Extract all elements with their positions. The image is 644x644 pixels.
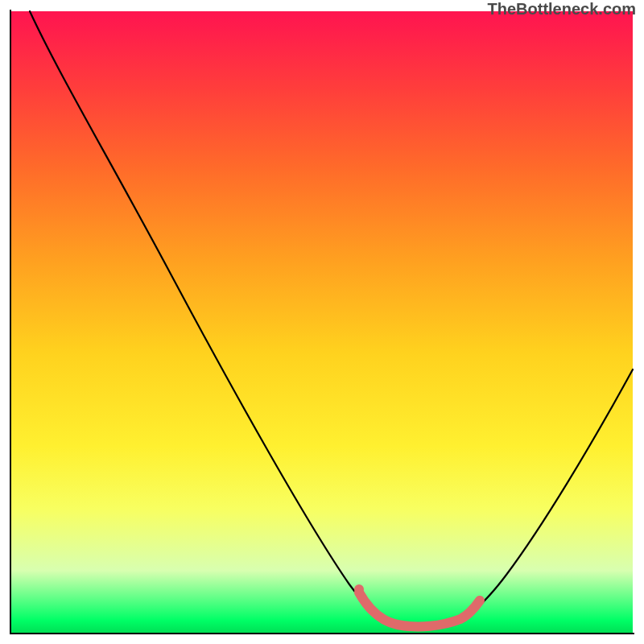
highlight-start-dot	[354, 584, 364, 594]
y-axis	[10, 10, 11, 634]
main-curve	[30, 11, 633, 626]
watermark-text: TheBottleneck.com	[488, 0, 636, 19]
highlight-band	[359, 592, 480, 626]
chart-container: TheBottleneck.com	[0, 0, 644, 644]
chart-svg	[11, 11, 633, 633]
x-axis	[10, 633, 634, 634]
